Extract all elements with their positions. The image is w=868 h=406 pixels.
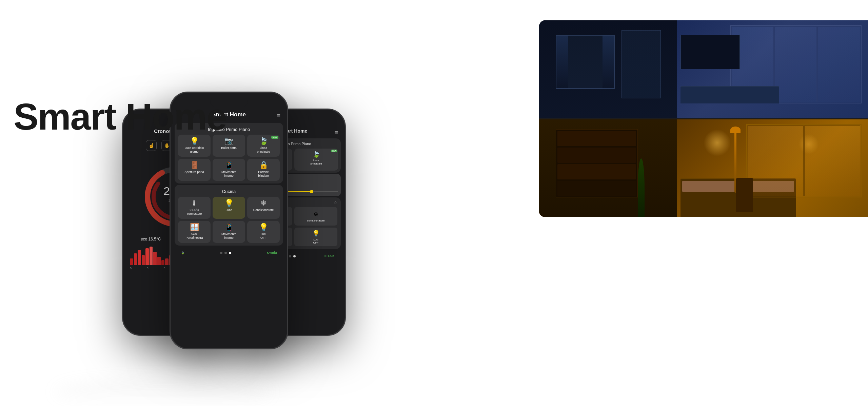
dot-1[interactable]: [220, 252, 222, 254]
tile-luci-off[interactable]: 💡 LuciOFF: [247, 221, 280, 243]
kenia-brand-right: K·enia: [324, 254, 335, 258]
tile-luce[interactable]: 💡 Luce: [213, 197, 245, 219]
house-bottom-floor: [539, 119, 868, 217]
bottom-nav: 🍃 K·enia: [171, 248, 287, 258]
menu-icon-right[interactable]: ≡: [334, 129, 338, 136]
brand-icon-left: 🍃: [181, 251, 185, 254]
dot-2[interactable]: [224, 252, 227, 254]
dot-r2[interactable]: [289, 255, 291, 257]
tile-movimento-interno[interactable]: 📱 Movimentointerno: [213, 159, 245, 181]
star-icon[interactable]: ☆: [334, 200, 337, 205]
menu-icon[interactable]: ≡: [277, 112, 280, 119]
page-dots: [185, 252, 267, 254]
fav-condizionatore[interactable]: ❄ condizionatore: [294, 207, 337, 226]
tile-condizionatore[interactable]: ❄ Condizionatore: [247, 197, 280, 219]
fav-luci-off[interactable]: 💡 LuciOFF: [294, 228, 337, 246]
dot-3[interactable]: [229, 252, 231, 254]
kenia-brand: K·enia: [267, 251, 277, 254]
house-top-floor: [539, 20, 868, 118]
fav-ac-icon: ❄: [313, 211, 318, 218]
fav-lights-icon: 💡: [312, 230, 320, 237]
phones-container: Cronotermostato ☝ ✋ ⬜ 31 Settimanale Set…: [115, 0, 353, 356]
house-image: [539, 20, 868, 217]
slider-thumb[interactable]: [310, 190, 313, 193]
tile-movimento-cucina[interactable]: 📱 Movimentointerno: [213, 221, 245, 243]
phone-reflection: [54, 379, 271, 406]
dot-r3[interactable]: [293, 255, 296, 257]
tile-termostato[interactable]: 🌡 21.6°CTermostato: [178, 197, 211, 219]
icon-hand[interactable]: ☝: [146, 140, 157, 151]
tile-portafinestra[interactable]: 🪟 54%Portafinestra: [178, 221, 211, 243]
tile-apertura-porta[interactable]: 🚪 Apertura porta: [178, 159, 211, 181]
section2-title: Cucina: [178, 188, 280, 197]
tile-linea-principale[interactable]: 5kWh 🍃 Lineaprincipale: [247, 135, 280, 157]
tile-portone-blindato[interactable]: 🔒 Portoneblindato: [247, 159, 280, 181]
hero-title: Smart Home: [14, 95, 226, 138]
tile-linea-right[interactable]: 50kW 🍃 lineaprincipale: [294, 149, 338, 171]
cucina-section: Cucina 🌡 21.6°CTermostato 💡 Luce ❄ Condi…: [175, 185, 283, 246]
